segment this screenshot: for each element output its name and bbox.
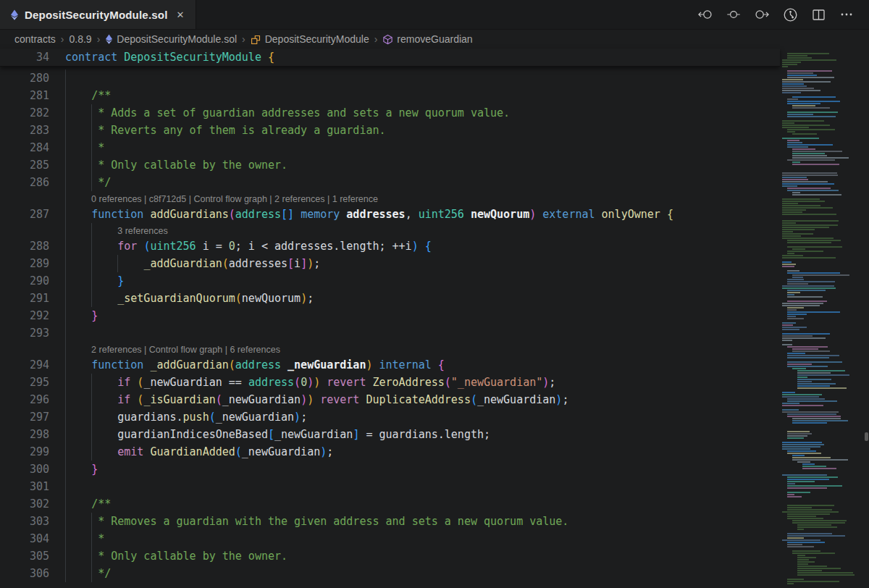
minimap-line [787,361,842,363]
line-number [0,223,49,238]
minimap-line [787,400,837,402]
minimap-line [787,398,825,400]
line-number: 290 [0,272,49,290]
minimap-line [787,507,812,508]
minimap-line [782,444,824,445]
minimap-line [787,483,795,484]
minimap-line [782,329,799,330]
breadcrumb-item[interactable]: DepositSecurityModule [251,33,369,45]
minimap-line [782,264,796,265]
symbol-class-icon [251,34,261,45]
minimap-line [787,146,808,148]
minimap-line [797,566,827,567]
nav-back-reference-icon[interactable] [697,7,713,22]
minimap-line [787,509,832,511]
minimap-line [787,272,840,274]
code-line: 306 */ [0,565,780,582]
minimap-line [782,85,807,87]
indent-guide [65,408,66,426]
codelens[interactable]: 0 references | c8f712d5 | Control flow g… [65,192,378,206]
code-line: 296 if (_isGuardian(_newGuardian)) rever… [0,391,780,408]
minimap-line [782,285,834,287]
minimap-line [782,340,792,341]
minimap-line [782,175,838,176]
minimap-line [787,301,827,302]
codelens-row: 0 references | c8f712d5 | Control flow g… [0,191,780,206]
nav-forward-reference-icon[interactable] [754,7,770,22]
minimap-line [782,446,820,448]
minimap-line [787,453,821,454]
line-number: 285 [0,156,49,174]
minimap-line [787,142,802,143]
minimap-line [787,450,816,452]
symbol-method-icon [382,34,393,45]
minimap-line [787,353,805,354]
scrollbar[interactable] [864,49,869,588]
code-line: 294 function _addGuardian(address _newGu… [0,356,780,374]
code-line: 284 * [0,139,780,156]
minimap-line [792,522,845,524]
minimap-line [787,318,804,319]
minimap[interactable] [780,50,864,588]
indent-guide [65,478,66,495]
indent-guide [65,426,66,443]
minimap-line [782,333,830,335]
minimap-line [782,127,809,128]
code-line: 304 * [0,530,780,547]
minimap-line [802,468,836,469]
split-editor-icon[interactable] [810,7,826,22]
nav-reference-icon[interactable] [726,7,742,22]
minimap-line [792,553,835,554]
breadcrumb-item[interactable]: contracts [14,33,56,45]
minimap-line [782,88,814,89]
scrollbar-thumb[interactable] [865,432,868,441]
minimap-line [787,533,832,534]
minimap-line [787,516,816,517]
code-line: 290 } [0,272,780,290]
indent-guide [65,223,66,238]
minimap-line [782,335,813,337]
sticky-scroll-line[interactable]: 34 contract DepositSecurityModule { [0,49,780,67]
minimap-line [782,327,807,328]
minimap-line [782,257,836,259]
line-number: 304 [0,530,49,547]
control-flow-graph-icon[interactable] [782,7,798,22]
minimap-line [797,559,809,560]
editor-tab[interactable]: DepositSecurityModule.sol ✕ [0,0,196,29]
more-actions-icon[interactable] [839,7,855,22]
code-line: 286 */ [0,174,780,191]
minimap-line [792,164,839,165]
line-number: 299 [0,443,49,461]
minimap-line [797,385,830,387]
minimap-line [782,261,792,263]
minimap-line [792,350,830,352]
code-line: 303 * Removes a guardian with the given … [0,513,780,530]
breadcrumb-item[interactable]: DepositSecurityModule.sol [105,33,237,45]
codelens[interactable]: 3 references [65,224,168,238]
minimap-line [792,133,817,135]
minimap-line [797,555,805,556]
minimap-line [782,203,798,204]
code-content [49,324,780,342]
minimap-line [782,209,806,211]
minimap-line [792,348,818,350]
tab-bar: DepositSecurityModule.sol ✕ [0,0,869,30]
close-icon[interactable]: ✕ [177,9,185,20]
breadcrumb-item[interactable]: removeGuardian [382,33,472,45]
codelens[interactable]: 2 references | Control flow graph | 6 re… [65,343,280,357]
breadcrumb-item[interactable]: 0.8.9 [69,33,91,45]
minimap-line [787,437,804,439]
code-content: _setGuardianQuorum(newQuorum); [49,290,780,307]
minimap-line [797,374,849,376]
minimap-line [782,220,839,222]
minimap-line [787,537,804,539]
minimap-line [782,403,799,404]
minimap-line [792,274,849,276]
code-content: * Only callable by the owner. [49,156,780,174]
minimap-line [792,368,806,369]
minimap-line [787,583,794,584]
line-number: 298 [0,426,49,443]
code-line: 288 for (uint256 i = 0; i < addresses.le… [0,238,780,255]
line-number: 295 [0,374,49,391]
minimap-line [797,524,831,526]
